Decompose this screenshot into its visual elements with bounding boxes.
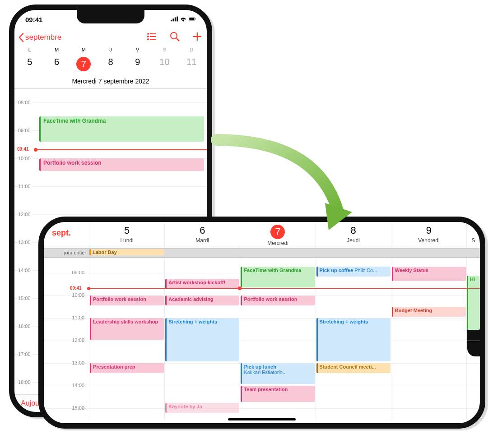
- hour-label: 09:00: [18, 128, 33, 133]
- hour-label: 10:00: [18, 156, 33, 161]
- weekday-row: L M M J V S D: [14, 47, 207, 52]
- all-day-row: jour entier Labor Day: [44, 249, 480, 258]
- event-partial[interactable]: Hi: [467, 276, 480, 330]
- back-button[interactable]: septembre: [18, 33, 61, 42]
- svg-point-11: [148, 36, 149, 37]
- notch: [77, 10, 144, 23]
- weekday-label: J: [97, 47, 124, 52]
- day-header-today[interactable]: 7 Mercredi: [240, 222, 315, 248]
- event-portfolio[interactable]: Portfolio work session: [241, 296, 315, 305]
- event-facetime[interactable]: FaceTime with Grandma: [241, 267, 315, 287]
- svg-point-10: [148, 33, 149, 35]
- hour-label: 15:00: [44, 405, 87, 411]
- hour-label: 13:00: [18, 240, 33, 245]
- event-lunch[interactable]: Pick up lunch Kokkari Estiatorio...: [241, 363, 315, 384]
- hour-label: 13:00: [44, 360, 87, 365]
- event-presentation-prep[interactable]: Presentation prep: [90, 363, 164, 373]
- svg-point-12: [148, 39, 149, 40]
- week-grid[interactable]: 09:00 10:00 11:00 12:00 13:00 14:00 15:0…: [44, 258, 480, 420]
- event-weekly-status[interactable]: Weekly Status: [392, 267, 466, 281]
- hour-label: 09:00: [44, 270, 87, 275]
- time-column: 09:00 10:00 11:00 12:00 13:00 14:00 15:0…: [44, 258, 89, 420]
- svg-rect-6: [195, 18, 195, 19]
- hour-label: 12:00: [18, 212, 33, 217]
- hour-label: 12:00: [44, 337, 87, 343]
- all-day-label: jour entier: [44, 249, 89, 257]
- day-header[interactable]: 8 Jeudi: [316, 222, 391, 248]
- event-student-council[interactable]: Student Council meeti...: [316, 363, 390, 373]
- hour-label: 16:00: [18, 323, 33, 329]
- hour-label: 08:00: [18, 100, 33, 105]
- home-indicator[interactable]: [228, 418, 296, 420]
- hour-label: 11:00: [18, 184, 33, 189]
- svg-rect-2: [175, 17, 176, 21]
- hour-label: 17:00: [18, 351, 33, 357]
- hour-label: 18:00: [18, 379, 33, 385]
- week-header: sept. 5 Lundi 6 Mardi 7 Mercredi 8 Jeudi…: [44, 222, 480, 249]
- day-header-partial[interactable]: S: [466, 222, 480, 248]
- wifi-icon: [180, 16, 187, 23]
- weekday-label: M: [43, 47, 70, 52]
- event-portfolio[interactable]: Portfolio work session: [90, 296, 164, 305]
- status-time: 09:41: [25, 16, 42, 23]
- event-artist-workshop[interactable]: Artist workshop kickoff!: [165, 279, 239, 289]
- weekday-label: V: [124, 47, 151, 52]
- day-column-sat-partial[interactable]: Hi: [466, 258, 480, 420]
- day-column-thu[interactable]: Pick up coffee Philz Co... Stretching + …: [316, 258, 391, 420]
- date-row: 5 6 7 8 9 10 11: [14, 52, 207, 78]
- toolbar: septembre: [14, 29, 207, 47]
- day-column-mon[interactable]: Portfolio work session Leadership skills…: [89, 258, 164, 420]
- event-team-presentation[interactable]: Team presentation: [241, 386, 315, 402]
- event-keynote[interactable]: Keynote by Ja: [165, 403, 239, 413]
- add-icon[interactable]: [192, 32, 202, 43]
- back-label: septembre: [25, 33, 61, 42]
- date-full-label: Mercredi 7 septembre 2022: [14, 78, 207, 89]
- hour-label: 11:00: [44, 315, 87, 320]
- event-pickup-coffee[interactable]: Pick up coffee Philz Co...: [316, 267, 390, 277]
- now-time-label: 09:41: [70, 286, 82, 291]
- svg-point-13: [171, 32, 177, 39]
- event-portfolio[interactable]: Portfolio work session: [39, 158, 204, 171]
- event-academic-advising[interactable]: Academic advising: [165, 296, 239, 305]
- event-stretching[interactable]: Stretching + weights: [316, 318, 390, 361]
- date-cell-today[interactable]: 7: [70, 55, 97, 73]
- phone-landscape-frame: sept. 5 Lundi 6 Mardi 7 Mercredi 8 Jeudi…: [38, 217, 485, 429]
- date-cell[interactable]: 8: [97, 55, 124, 73]
- day-column-fri[interactable]: Weekly Status Budget Meeting: [391, 258, 466, 420]
- month-label[interactable]: sept.: [44, 222, 89, 248]
- event-facetime[interactable]: FaceTime with Grandma: [39, 116, 204, 142]
- day-header[interactable]: 5 Lundi: [89, 222, 164, 248]
- hour-label: 14:00: [18, 268, 33, 273]
- svg-rect-0: [171, 20, 172, 22]
- hour-label: 10:00: [44, 292, 87, 298]
- date-cell[interactable]: 11: [178, 55, 205, 73]
- weekday-label: L: [16, 47, 43, 52]
- search-icon[interactable]: [170, 32, 180, 43]
- cellular-icon: [171, 16, 178, 23]
- svg-rect-3: [177, 17, 178, 22]
- date-cell[interactable]: 10: [151, 55, 178, 73]
- svg-rect-1: [172, 18, 174, 21]
- battery-icon: [189, 16, 196, 23]
- status-icons: [171, 16, 196, 23]
- event-leadership[interactable]: Leadership skills workshop: [90, 318, 164, 340]
- today-button[interactable]: Aujou: [21, 399, 39, 407]
- date-cell[interactable]: 9: [124, 55, 151, 73]
- date-cell[interactable]: 5: [16, 55, 43, 73]
- all-day-event[interactable]: Labor Day: [89, 249, 164, 255]
- hour-label: 14:00: [44, 383, 87, 388]
- now-indicator-dot: [238, 286, 242, 290]
- list-icon[interactable]: [147, 32, 157, 43]
- event-stretching[interactable]: Stretching + weights: [165, 318, 239, 361]
- weekday-label: D: [178, 47, 205, 52]
- now-time-label: 09:41: [17, 147, 29, 152]
- day-column-wed[interactable]: FaceTime with Grandma Portfolio work ses…: [240, 258, 315, 420]
- date-cell[interactable]: 6: [43, 55, 70, 73]
- day-column-tue[interactable]: Artist workshop kickoff! Academic advisi…: [164, 258, 240, 420]
- weekday-label: M: [70, 47, 97, 52]
- svg-rect-5: [189, 18, 194, 20]
- day-header[interactable]: 6 Mardi: [164, 222, 240, 248]
- event-budget-meeting[interactable]: Budget Meeting: [392, 307, 466, 317]
- day-header[interactable]: 9 Vendredi: [391, 222, 466, 248]
- now-indicator: [89, 288, 480, 289]
